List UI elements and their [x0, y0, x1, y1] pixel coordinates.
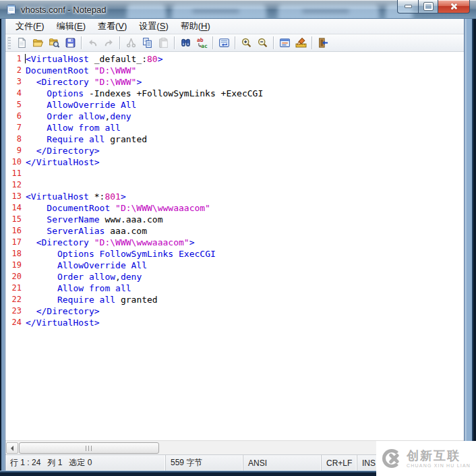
toolbar: abac — [5, 34, 464, 52]
svg-text:ac: ac — [201, 43, 208, 49]
code-text: </Directory> — [26, 305, 464, 317]
zoom-out-icon — [257, 37, 268, 49]
copy-button[interactable] — [139, 36, 155, 51]
code-text: Order allow,deny — [26, 271, 464, 282]
word-wrap-icon — [218, 37, 230, 49]
minimize-button[interactable] — [397, 0, 418, 13]
code-text: </Directory> — [26, 145, 464, 156]
redo-icon — [103, 37, 115, 49]
replace-button[interactable]: abac — [194, 36, 210, 51]
window-title: vhosts.conf - Notepad — [21, 5, 106, 15]
open-button[interactable] — [30, 36, 46, 51]
exit-button[interactable] — [315, 36, 331, 51]
code-text: Allow from all — [26, 122, 464, 133]
menu-item-h[interactable]: 帮助(H) — [175, 19, 216, 34]
window-frame-left — [0, 19, 5, 471]
exit-icon — [318, 37, 329, 49]
redo-button[interactable] — [100, 36, 117, 51]
line-number: 20 — [5, 271, 26, 282]
code-text: Options -Indexes +FollowSymLinks +ExecCG… — [26, 88, 464, 99]
code-line-7: 7 Allow from all — [5, 122, 464, 133]
code-line-18: 18 Options FollowSymLinks ExecCGI — [5, 248, 464, 260]
find-button[interactable] — [177, 36, 194, 51]
toolbar-separator — [311, 36, 312, 49]
watermark: 创新互联 CHUANG XIN HU LIAN — [376, 441, 476, 476]
code-text: Require all granted — [26, 294, 464, 305]
code-text — [26, 179, 464, 191]
word-wrap-button[interactable] — [216, 36, 232, 51]
code-line-6: 6 Order allow,deny — [5, 111, 464, 122]
code-text — [26, 168, 464, 179]
code-line-5: 5 AllowOverride All — [5, 99, 464, 111]
find-icon — [180, 37, 191, 49]
toolbar-gripper[interactable] — [7, 37, 11, 49]
settings-icon — [279, 37, 291, 49]
line-number: 8 — [5, 133, 26, 145]
save-button[interactable] — [62, 36, 78, 51]
settings-button[interactable] — [276, 36, 293, 51]
line-number: 19 — [5, 260, 26, 271]
code-text: Allow from all — [26, 282, 464, 294]
code-line-2: 2DocumentRoot "D:\WWW" — [5, 65, 464, 76]
save-icon — [65, 37, 76, 49]
toolbar-separator — [212, 36, 213, 49]
close-icon — [450, 3, 458, 10]
code-line-15: 15 ServerName www.aaa.com — [5, 214, 464, 225]
scrollbar-thumb[interactable] — [19, 442, 159, 454]
new-button[interactable] — [13, 36, 30, 51]
schemes-button[interactable] — [293, 36, 309, 51]
text-editor-surface[interactable]: 1<VirtualHost _default_:80>2DocumentRoot… — [5, 52, 464, 440]
scroll-left-arrow[interactable] — [6, 442, 18, 454]
menu-item-e[interactable]: 编辑(E) — [51, 19, 92, 34]
undo-button[interactable] — [84, 36, 100, 51]
code-line-10: 10</VirtualHost> — [5, 156, 464, 168]
cut-button[interactable] — [123, 36, 139, 51]
open-icon — [32, 37, 44, 49]
line-number: 11 — [5, 168, 26, 179]
window-controls — [397, 0, 470, 13]
code-text: <VirtualHost *:801> — [26, 191, 464, 202]
line-number: 18 — [5, 248, 26, 260]
code-text: </VirtualHost> — [26, 317, 464, 328]
close-button[interactable] — [438, 0, 470, 13]
code-line-24: 24</VirtualHost> — [5, 317, 464, 328]
line-number: 10 — [5, 156, 26, 168]
line-number: 6 — [5, 111, 26, 122]
replace-icon: abac — [196, 37, 208, 49]
browse-button[interactable] — [46, 36, 62, 51]
code-line-4: 4 Options -Indexes +FollowSymLinks +Exec… — [5, 88, 464, 99]
undo-icon — [87, 37, 98, 49]
watermark-logo-icon — [382, 448, 402, 469]
code-line-14: 14 DocumentRoot "D:\WWW\wwwaaacom" — [5, 202, 464, 214]
code-line-23: 23 </Directory> — [5, 305, 464, 317]
schemes-icon — [295, 37, 307, 49]
code-line-16: 16 ServerAlias aaa.com — [5, 225, 464, 237]
paste-button[interactable] — [155, 36, 171, 51]
toolbar-separator — [273, 36, 274, 49]
maximize-button[interactable] — [418, 0, 438, 13]
paste-icon — [158, 37, 169, 49]
line-number: 16 — [5, 225, 26, 237]
zoom-in-button[interactable] — [238, 36, 254, 51]
watermark-title: 创新互联 — [407, 449, 471, 463]
new-icon — [16, 37, 28, 49]
text-caret — [25, 54, 26, 63]
menu-item-s[interactable]: 设置(S) — [133, 19, 174, 34]
browse-icon — [49, 37, 60, 49]
menu-item-v[interactable]: 查看(V) — [92, 19, 133, 34]
toolbar-separator — [235, 36, 235, 49]
code-line-20: 20 Order allow,deny — [5, 271, 464, 282]
line-number: 17 — [5, 237, 26, 248]
zoom-in-icon — [241, 37, 252, 49]
client-area: 文件(F)编辑(E)查看(V)设置(S)帮助(H) abac 1<Virtual… — [5, 19, 464, 471]
line-number: 14 — [5, 202, 26, 214]
maximize-icon — [424, 3, 433, 10]
code-line-1: 1<VirtualHost _default_:80> — [5, 53, 464, 65]
status-position: 行 1 : 24 列 1 选定 0 — [5, 455, 166, 471]
line-number: 21 — [5, 282, 26, 294]
zoom-out-button[interactable] — [254, 36, 270, 51]
line-number: 2 — [5, 65, 26, 76]
code-text: <VirtualHost _default_:80> — [26, 53, 464, 65]
menu-item-f[interactable]: 文件(F) — [9, 19, 51, 34]
code-line-12: 12 — [5, 179, 464, 191]
